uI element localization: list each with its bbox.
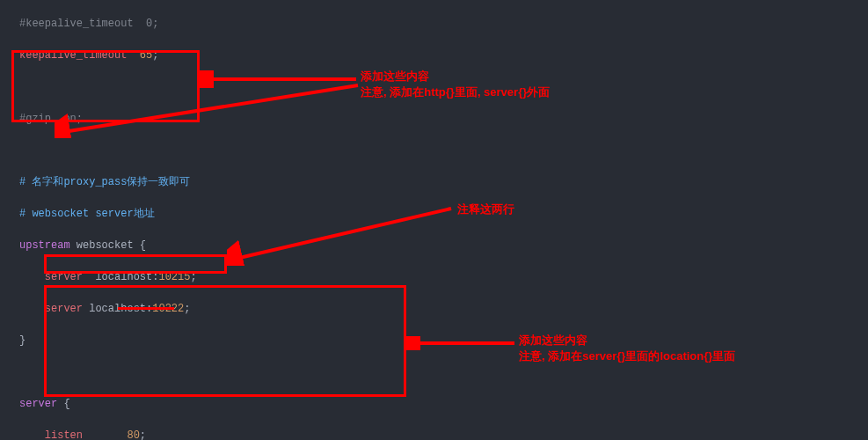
line-4: #gzip on; <box>19 113 83 125</box>
comment-cn-2: # websocket server地址 <box>19 208 155 220</box>
line-1: #keepalive_timeout 0; <box>19 18 158 30</box>
annotation-2: 注释这两行 <box>457 202 514 217</box>
nginx-config-code: #keepalive_timeout 0; keepalive_timeout … <box>0 0 868 440</box>
server-kw: server <box>19 398 57 410</box>
underline-websocket <box>118 307 174 310</box>
line-2-dir: keepalive_timeout <box>19 49 140 62</box>
comment-cn-1: # 名字和proxy_pass保持一致即可 <box>19 176 190 188</box>
upstream-kw: upstream <box>19 239 70 252</box>
annotation-3: 添加这些内容 注意, 添加在server{}里面的location{}里面 <box>519 333 735 364</box>
annotation-1: 添加这些内容 注意, 添加在http{}里面, server{}外面 <box>361 69 550 100</box>
